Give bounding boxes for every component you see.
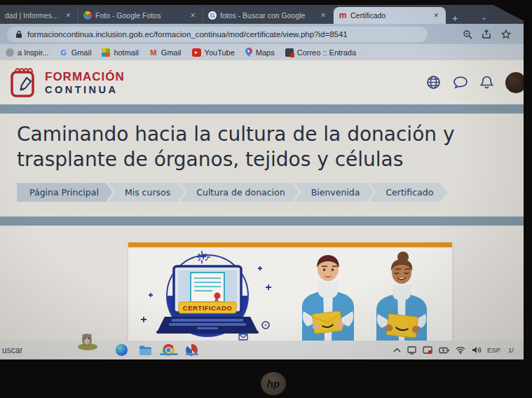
photos-app-icon[interactable] <box>186 344 198 356</box>
url-field[interactable]: formacioncontinua.inclusion.gob.ec/forma… <box>7 27 428 42</box>
tab-title: Foto - Google Fotos <box>95 11 184 20</box>
bookmark-maps[interactable]: Maps <box>245 48 275 57</box>
breadcrumb-bienvenida[interactable]: Bienvenida <box>294 183 374 202</box>
bookmark-label: Maps <box>256 48 275 57</box>
taskbar-search-text[interactable]: uscar <box>0 345 22 355</box>
edge-icon[interactable] <box>116 344 128 356</box>
bookmarks-bar: a Inspir... G Gmail hotmail M Gmail YouT… <box>0 44 524 60</box>
system-tray: ESP 1/ <box>393 346 514 355</box>
tab-busqueda-google[interactable]: G fotos - Buscar con Google ✕ <box>203 7 334 24</box>
page-title: Caminando hacia la cultura de la donació… <box>17 122 512 172</box>
language-globe-icon[interactable] <box>426 75 441 90</box>
page-icon <box>6 48 14 57</box>
hp-logo: hp <box>261 372 286 395</box>
display-cast-icon[interactable] <box>407 346 416 355</box>
tab-google-fotos[interactable]: Foto - Google Fotos ✕ <box>79 7 203 24</box>
zoom-icon[interactable] <box>463 29 472 39</box>
logo-line2: CONTINUA <box>45 84 125 95</box>
tab-title: Certificado <box>350 11 428 20</box>
notebook-pencil-icon <box>10 67 39 99</box>
site-header: FORMACIÓN CONTINUA <box>0 60 524 104</box>
tab-strip: dad | Informes Men ✕ Foto - Google Fotos… <box>0 5 524 24</box>
close-icon[interactable]: ✕ <box>188 11 198 20</box>
active-app-indicator <box>160 353 178 355</box>
new-tab-button[interactable]: + <box>446 13 464 24</box>
language-indicator[interactable]: ESP <box>487 346 500 354</box>
lock-icon[interactable] <box>15 30 22 39</box>
logo-line1: FORMACIÓN <box>45 70 125 84</box>
bookmark-youtube[interactable]: YouTube <box>192 48 235 57</box>
tab-informes[interactable]: dad | Informes Men ✕ <box>0 7 79 24</box>
bookmark-hotmail[interactable]: hotmail <box>102 48 138 57</box>
url-text: formacioncontinua.inclusion.gob.ec/forma… <box>27 30 348 39</box>
gmail-m-icon: M <box>149 48 158 57</box>
bookmark-correo[interactable]: Correo :: Entrada <box>285 48 356 57</box>
youtube-icon <box>192 48 201 57</box>
hero-section: Caminando hacia la cultura de la donació… <box>0 114 524 217</box>
formacion-continua-logo[interactable]: FORMACIÓN CONTINUA <box>10 67 125 99</box>
certificado-badge: CERTIFICADO <box>183 304 232 312</box>
breadcrumb-mis-cursos[interactable]: Mis cursos <box>108 183 184 202</box>
microsoft-grid-icon <box>102 48 110 57</box>
section-divider <box>0 104 524 114</box>
bookmark-label: Gmail <box>71 48 92 57</box>
breadcrumb-pagina-principal[interactable]: Página Principal <box>17 183 113 202</box>
bookmark-gmail-m[interactable]: M Gmail <box>149 48 182 57</box>
close-icon[interactable]: ✕ <box>63 11 73 20</box>
bookmark-gmail-g[interactable]: G Gmail <box>60 48 92 57</box>
breadcrumb-cultura-de-donacion[interactable]: Cultura de donacion <box>179 183 299 202</box>
chrome-icon[interactable] <box>163 344 175 356</box>
screen-record-icon[interactable] <box>423 346 432 355</box>
section-divider <box>0 217 524 226</box>
breadcrumb: Página Principal Mis cursos Cultura de d… <box>17 183 512 202</box>
search-highlight-marmot-icon[interactable] <box>76 331 100 350</box>
date-partial[interactable]: 1/ <box>508 346 514 354</box>
close-icon[interactable]: ✕ <box>318 11 328 20</box>
google-g-icon: G <box>60 48 68 57</box>
google-g-icon: G <box>208 11 217 20</box>
tab-search-chevron-icon[interactable]: ⌄ <box>481 13 487 24</box>
bookmark-star-icon[interactable] <box>501 29 511 39</box>
bookmark-label: hotmail <box>114 48 138 57</box>
volume-icon[interactable] <box>472 346 481 354</box>
address-bar: formacioncontinua.inclusion.gob.ec/forma… <box>0 24 524 44</box>
bookmark-inspir[interactable]: a Inspir... <box>6 48 49 57</box>
bookmark-label: Gmail <box>161 48 182 57</box>
windows-taskbar: uscar <box>0 341 524 359</box>
tab-title: fotos - Buscar con Google <box>220 11 315 20</box>
main-content: CERTIFICADO <box>0 226 524 341</box>
close-icon[interactable]: ✕ <box>431 11 441 20</box>
tab-title: dad | Informes Men <box>5 11 60 20</box>
graduates-illustration <box>282 252 445 341</box>
active-app-indicator <box>186 353 198 355</box>
certificate-card: CERTIFICADO <box>128 242 452 341</box>
google-photos-icon <box>83 11 92 20</box>
site-favicon: m <box>339 11 347 20</box>
certificate-laptop-illustration: CERTIFICADO <box>135 252 282 341</box>
bookmark-label: Correo :: Entrada <box>297 48 356 57</box>
share-icon[interactable] <box>482 29 492 39</box>
tab-certificado-active[interactable]: m Certificado ✕ <box>334 7 446 24</box>
laptop-screen: dad | Informes Men ✕ Foto - Google Fotos… <box>0 5 524 359</box>
wifi-icon[interactable] <box>456 346 465 354</box>
file-explorer-icon[interactable] <box>139 345 151 355</box>
messages-icon[interactable] <box>453 76 468 90</box>
mail-icon <box>285 48 294 57</box>
breadcrumb-certificado[interactable]: Certificado <box>369 183 447 202</box>
map-pin-icon <box>245 48 252 57</box>
battery-icon[interactable] <box>439 347 449 354</box>
notifications-bell-icon[interactable] <box>480 75 493 90</box>
bookmark-label: YouTube <box>205 48 235 57</box>
user-avatar[interactable] <box>505 72 524 93</box>
bookmark-label: a Inspir... <box>18 48 49 57</box>
tray-chevron-up-icon[interactable] <box>393 348 401 352</box>
